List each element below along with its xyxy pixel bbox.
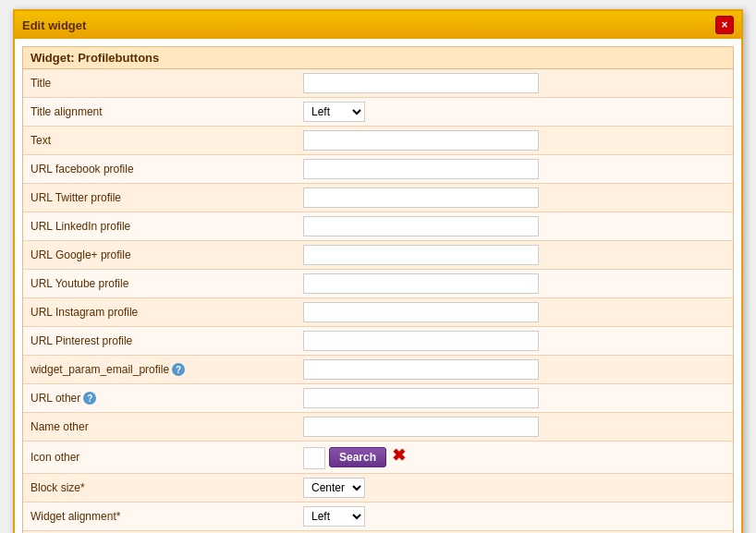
field-label-title_alignment: Title alignment [23,101,296,123]
field-label-email_profile: widget_param_email_profile? [23,358,296,382]
field-label-url_facebook: URL facebook profile [23,158,296,180]
input-title[interactable] [303,73,539,93]
form-row-url_other: URL other? [23,384,733,413]
field-label-text: Text [23,129,296,151]
input-name_other[interactable] [303,417,539,437]
form-row-email_profile: widget_param_email_profile? [23,356,733,384]
form-row-widget_alignment: Widget alignment*LeftCenterRight [23,503,733,531]
input-text[interactable] [303,130,539,151]
input-url_twitter[interactable] [303,188,539,208]
widget-form-table: Widget: Profilebuttons TitleTitle alignm… [22,46,734,533]
field-label-name_other: Name other [23,416,296,438]
select-block_size[interactable]: CenterLeftRight [303,478,365,498]
form-row-url_facebook: URL facebook profile [23,155,733,184]
input-url_linkedin[interactable] [303,216,539,236]
help-icon-url_other[interactable]: ? [83,392,96,405]
field-label-url_twitter: URL Twitter profile [23,187,296,209]
input-url_google[interactable] [303,245,539,265]
form-row-title_alignment: Title alignmentLeftCenterRight [23,98,733,127]
field-label-url_linkedin: URL LinkedIn profile [23,215,296,237]
field-label-title: Title [23,72,296,94]
form-row-icon_other: Icon otherSearch✖ [23,442,733,474]
select-widget_alignment[interactable]: LeftCenterRight [303,506,365,527]
form-row-title: Title [23,69,733,98]
dialog-close-button[interactable]: × [715,16,734,34]
input-email_profile[interactable] [303,359,539,380]
form-row-url_linkedin: URL LinkedIn profile [23,212,733,241]
form-row-url_google: URL Google+ profile [23,241,733,270]
input-url_instagram[interactable] [303,302,539,322]
input-url_facebook[interactable] [303,159,539,179]
form-row-name_other: Name other [23,413,733,442]
dialog-body: Widget: Profilebuttons TitleTitle alignm… [15,39,741,533]
form-row-text: Text [23,127,733,155]
search-button[interactable]: Search [329,447,386,467]
input-url_pinterest[interactable] [303,331,539,351]
edit-widget-dialog: Edit widget × Widget: Profilebuttons Tit… [13,9,743,533]
dialog-titlebar: Edit widget × [15,11,741,39]
icon-preview-icon_other [303,447,325,469]
input-url_other[interactable] [303,388,539,408]
field-label-url_pinterest: URL Pinterest profile [23,330,296,352]
widget-header: Widget: Profilebuttons [23,47,733,69]
form-row-block_size: Block size*CenterLeftRight [23,474,733,503]
dialog-title: Edit widget [22,18,86,32]
input-url_youtube[interactable] [303,273,539,294]
field-label-url_youtube: URL Youtube profile [23,273,296,295]
select-title_alignment[interactable]: LeftCenterRight [303,102,365,122]
field-label-url_instagram: URL Instagram profile [23,301,296,323]
field-label-url_google: URL Google+ profile [23,244,296,266]
help-icon-email_profile[interactable]: ? [172,363,185,376]
delete-icon[interactable]: ✖ [392,445,406,466]
form-row-url_youtube: URL Youtube profile [23,270,733,298]
field-label-icon_other: Icon other [23,446,296,468]
form-row-url_pinterest: URL Pinterest profile [23,327,733,356]
field-label-block_size: Block size* [23,477,296,499]
field-label-url_other: URL other? [23,387,296,410]
form-row-url_instagram: URL Instagram profile [23,298,733,327]
field-label-widget_alignment: Widget alignment* [23,505,296,527]
form-row-url_twitter: URL Twitter profile [23,184,733,212]
